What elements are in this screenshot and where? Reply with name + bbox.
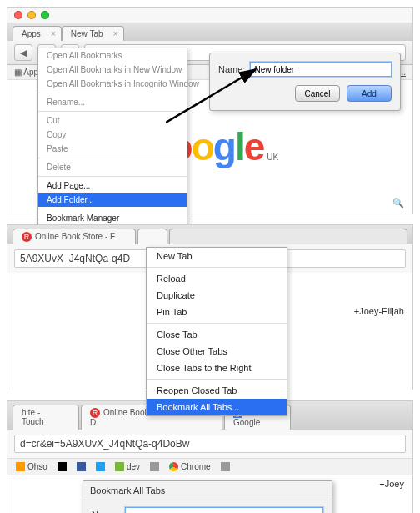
- bookmark-item[interactable]: [96, 462, 105, 471]
- bookmark-item[interactable]: [150, 462, 159, 471]
- bookmark-icon: [77, 462, 86, 471]
- bookmark-name-input[interactable]: [125, 507, 323, 513]
- search-icon[interactable]: 🔍: [392, 198, 404, 209]
- close-tab-icon[interactable]: ×: [113, 29, 118, 38]
- menu-item[interactable]: Add Page...: [38, 179, 187, 193]
- panel-bookmark-all-tabs-menu: ROnline Book Store - F 5A9XUvX_J4qNtQa-q…: [7, 224, 413, 390]
- menu-item: Copy: [38, 128, 187, 142]
- menu-item[interactable]: Close Tabs to the Right: [147, 360, 287, 376]
- menu-item: Rename...: [38, 95, 187, 109]
- tab-label: hite - Touch: [22, 408, 44, 426]
- tab-1[interactable]: hite - Touch: [12, 405, 79, 430]
- dialog-title: Bookmark All Tabs: [83, 481, 332, 500]
- signed-in-user[interactable]: +Joey-Elijah: [354, 306, 404, 316]
- add-button[interactable]: Add: [347, 85, 392, 102]
- menu-item[interactable]: New Tab: [147, 248, 287, 264]
- menu-item: Delete: [38, 160, 187, 174]
- menu-item: Open All Bookmarks in Incognito Window: [38, 77, 187, 91]
- menu-item[interactable]: Pin Tab: [147, 304, 287, 320]
- tab-strip: Apps× New Tab×: [8, 23, 412, 41]
- favicon-icon: R: [22, 232, 32, 242]
- window-traffic-lights: [8, 8, 412, 23]
- bookmark-icon: [150, 462, 159, 471]
- signed-in-user[interactable]: +Joey: [379, 479, 404, 489]
- menu-item: Paste: [38, 142, 187, 156]
- bookmark-icon: [221, 462, 230, 471]
- tab-strip: ROnline Book Store - F: [8, 225, 412, 244]
- tab-inactive[interactable]: [169, 229, 408, 244]
- menu-item: Open All Bookmarks: [38, 48, 187, 63]
- bookmark-item[interactable]: [77, 462, 86, 471]
- bookmark-icon: [96, 462, 105, 471]
- panel-bookmarks-add-folder: Apps× New Tab× ◀ ▶ ⟳ 🔍 ▦ Apps 📁 For qu I…: [7, 7, 413, 214]
- tab-active[interactable]: [138, 229, 168, 244]
- tab-label: Apps: [22, 29, 41, 38]
- tab-bookstore[interactable]: ROnline Book Store - F: [12, 229, 136, 244]
- bookmark-item[interactable]: dev: [115, 462, 140, 471]
- tab-new[interactable]: New Tab×: [62, 26, 124, 41]
- tab-label: Google: [233, 418, 260, 427]
- bookmarks-context-menu: Open All BookmarksOpen All Bookmarks in …: [38, 48, 188, 254]
- menu-item[interactable]: Close Tab: [147, 326, 287, 343]
- cancel-button[interactable]: Cancel: [295, 85, 340, 102]
- svg-line-0: [166, 69, 256, 123]
- favicon-icon: R: [90, 408, 100, 418]
- annotation-arrow-icon: [166, 66, 266, 124]
- tab-apps[interactable]: Apps×: [12, 26, 62, 41]
- bookmark-icon: [58, 462, 67, 471]
- bookmark-icon: [169, 462, 178, 471]
- page-content: +Joey Bookmark All Tabs Name: Bookmarks …: [8, 475, 412, 513]
- bookmark-item[interactable]: [221, 462, 230, 471]
- menu-item[interactable]: Duplicate: [147, 287, 287, 304]
- menu-item[interactable]: Bookmark Manager: [38, 211, 187, 225]
- folder-name-input[interactable]: [250, 62, 392, 77]
- panel-bookmark-all-tabs-dialog: hite - Touch ROnline Book Store - Free D…: [7, 400, 413, 513]
- close-tab-icon[interactable]: ×: [51, 29, 56, 38]
- tab-label: Online Book Store - F: [35, 232, 115, 241]
- name-label: Name:: [92, 510, 118, 513]
- zoom-window-icon[interactable]: [41, 11, 49, 19]
- address-bar[interactable]: d=cr&ei=5A9XUvX_J4qNtQa-q4DoBw: [14, 435, 406, 453]
- menu-item[interactable]: Reload: [147, 270, 287, 287]
- menu-item[interactable]: Add Folder...: [38, 193, 187, 207]
- tab-context-menu: New TabReloadDuplicatePin TabClose TabCl…: [146, 247, 288, 416]
- minimize-window-icon[interactable]: [28, 11, 36, 19]
- bookmark-all-tabs-dialog: Bookmark All Tabs Name: Bookmarks BarSav…: [82, 480, 332, 513]
- bookmark-item[interactable]: Chrome: [169, 462, 211, 471]
- menu-item[interactable]: Reopen Closed Tab: [147, 382, 287, 399]
- bookmark-icon: [16, 462, 25, 471]
- tab-label: New Tab: [71, 29, 103, 38]
- close-window-icon[interactable]: [14, 11, 22, 19]
- menu-item[interactable]: Bookmark All Tabs...: [147, 399, 287, 415]
- bookmark-icon: [115, 462, 124, 471]
- bookmark-item[interactable]: Ohso: [16, 462, 48, 471]
- menu-item: Open All Bookmarks in New Window: [38, 63, 187, 77]
- menu-item: Cut: [38, 113, 187, 128]
- bookmark-item[interactable]: [58, 462, 67, 471]
- bookmarks-bar: OhsodevChrome: [8, 458, 412, 475]
- back-button[interactable]: ◀: [14, 44, 32, 61]
- menu-item[interactable]: Close Other Tabs: [147, 343, 287, 360]
